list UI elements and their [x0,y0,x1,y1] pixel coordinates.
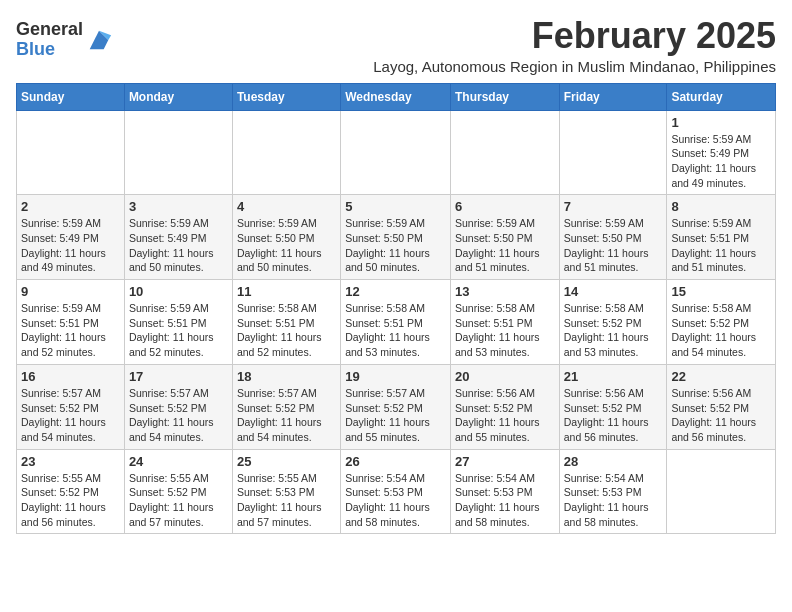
calendar-cell: 22Sunrise: 5:56 AM Sunset: 5:52 PM Dayli… [667,364,776,449]
calendar-cell: 3Sunrise: 5:59 AM Sunset: 5:49 PM Daylig… [124,195,232,280]
day-number: 11 [237,284,336,299]
logo-icon [85,26,113,54]
calendar-cell: 2Sunrise: 5:59 AM Sunset: 5:49 PM Daylig… [17,195,125,280]
logo: General Blue [16,20,113,60]
calendar-cell: 27Sunrise: 5:54 AM Sunset: 5:53 PM Dayli… [450,449,559,534]
day-number: 18 [237,369,336,384]
day-info: Sunrise: 5:54 AM Sunset: 5:53 PM Dayligh… [345,471,446,530]
day-info: Sunrise: 5:58 AM Sunset: 5:51 PM Dayligh… [455,301,555,360]
calendar-cell [450,110,559,195]
calendar-cell: 14Sunrise: 5:58 AM Sunset: 5:52 PM Dayli… [559,280,667,365]
day-number: 26 [345,454,446,469]
calendar-week-row: 16Sunrise: 5:57 AM Sunset: 5:52 PM Dayli… [17,364,776,449]
day-number: 15 [671,284,771,299]
day-number: 19 [345,369,446,384]
day-info: Sunrise: 5:55 AM Sunset: 5:53 PM Dayligh… [237,471,336,530]
day-info: Sunrise: 5:54 AM Sunset: 5:53 PM Dayligh… [564,471,663,530]
day-info: Sunrise: 5:58 AM Sunset: 5:51 PM Dayligh… [345,301,446,360]
day-info: Sunrise: 5:56 AM Sunset: 5:52 PM Dayligh… [564,386,663,445]
header-saturday: Saturday [667,83,776,110]
day-info: Sunrise: 5:59 AM Sunset: 5:49 PM Dayligh… [21,216,120,275]
day-info: Sunrise: 5:57 AM Sunset: 5:52 PM Dayligh… [129,386,228,445]
day-info: Sunrise: 5:59 AM Sunset: 5:51 PM Dayligh… [129,301,228,360]
calendar-cell: 1Sunrise: 5:59 AM Sunset: 5:49 PM Daylig… [667,110,776,195]
calendar-cell: 25Sunrise: 5:55 AM Sunset: 5:53 PM Dayli… [232,449,340,534]
header-tuesday: Tuesday [232,83,340,110]
calendar-cell: 6Sunrise: 5:59 AM Sunset: 5:50 PM Daylig… [450,195,559,280]
day-info: Sunrise: 5:56 AM Sunset: 5:52 PM Dayligh… [455,386,555,445]
calendar-cell: 8Sunrise: 5:59 AM Sunset: 5:51 PM Daylig… [667,195,776,280]
header-friday: Friday [559,83,667,110]
day-number: 14 [564,284,663,299]
calendar-cell: 20Sunrise: 5:56 AM Sunset: 5:52 PM Dayli… [450,364,559,449]
day-info: Sunrise: 5:57 AM Sunset: 5:52 PM Dayligh… [345,386,446,445]
day-info: Sunrise: 5:59 AM Sunset: 5:49 PM Dayligh… [671,132,771,191]
calendar-cell [17,110,125,195]
day-info: Sunrise: 5:59 AM Sunset: 5:49 PM Dayligh… [129,216,228,275]
calendar-cell: 15Sunrise: 5:58 AM Sunset: 5:52 PM Dayli… [667,280,776,365]
calendar-cell [559,110,667,195]
day-info: Sunrise: 5:57 AM Sunset: 5:52 PM Dayligh… [237,386,336,445]
calendar-cell: 21Sunrise: 5:56 AM Sunset: 5:52 PM Dayli… [559,364,667,449]
day-info: Sunrise: 5:58 AM Sunset: 5:51 PM Dayligh… [237,301,336,360]
calendar-cell: 9Sunrise: 5:59 AM Sunset: 5:51 PM Daylig… [17,280,125,365]
calendar-cell: 10Sunrise: 5:59 AM Sunset: 5:51 PM Dayli… [124,280,232,365]
calendar-cell [341,110,451,195]
day-number: 1 [671,115,771,130]
day-number: 20 [455,369,555,384]
day-info: Sunrise: 5:58 AM Sunset: 5:52 PM Dayligh… [671,301,771,360]
calendar-cell: 7Sunrise: 5:59 AM Sunset: 5:50 PM Daylig… [559,195,667,280]
day-number: 27 [455,454,555,469]
calendar-cell: 17Sunrise: 5:57 AM Sunset: 5:52 PM Dayli… [124,364,232,449]
calendar-cell [667,449,776,534]
calendar-cell: 4Sunrise: 5:59 AM Sunset: 5:50 PM Daylig… [232,195,340,280]
calendar-cell: 24Sunrise: 5:55 AM Sunset: 5:52 PM Dayli… [124,449,232,534]
calendar-cell: 18Sunrise: 5:57 AM Sunset: 5:52 PM Dayli… [232,364,340,449]
day-number: 25 [237,454,336,469]
calendar-cell: 19Sunrise: 5:57 AM Sunset: 5:52 PM Dayli… [341,364,451,449]
day-number: 21 [564,369,663,384]
calendar-cell: 12Sunrise: 5:58 AM Sunset: 5:51 PM Dayli… [341,280,451,365]
day-info: Sunrise: 5:57 AM Sunset: 5:52 PM Dayligh… [21,386,120,445]
day-info: Sunrise: 5:54 AM Sunset: 5:53 PM Dayligh… [455,471,555,530]
day-number: 22 [671,369,771,384]
header-wednesday: Wednesday [341,83,451,110]
calendar-cell: 5Sunrise: 5:59 AM Sunset: 5:50 PM Daylig… [341,195,451,280]
header-sunday: Sunday [17,83,125,110]
calendar-cell: 26Sunrise: 5:54 AM Sunset: 5:53 PM Dayli… [341,449,451,534]
calendar-cell: 16Sunrise: 5:57 AM Sunset: 5:52 PM Dayli… [17,364,125,449]
header: General Blue February 2025 Layog, Autono… [16,16,776,75]
calendar-week-row: 23Sunrise: 5:55 AM Sunset: 5:52 PM Dayli… [17,449,776,534]
calendar-week-row: 1Sunrise: 5:59 AM Sunset: 5:49 PM Daylig… [17,110,776,195]
calendar-week-row: 2Sunrise: 5:59 AM Sunset: 5:49 PM Daylig… [17,195,776,280]
header-thursday: Thursday [450,83,559,110]
day-number: 12 [345,284,446,299]
calendar-cell [232,110,340,195]
day-number: 2 [21,199,120,214]
title-area: February 2025 Layog, Autonomous Region i… [373,16,776,75]
day-number: 6 [455,199,555,214]
day-number: 24 [129,454,228,469]
day-info: Sunrise: 5:55 AM Sunset: 5:52 PM Dayligh… [129,471,228,530]
day-number: 3 [129,199,228,214]
day-info: Sunrise: 5:59 AM Sunset: 5:51 PM Dayligh… [671,216,771,275]
day-number: 8 [671,199,771,214]
day-info: Sunrise: 5:59 AM Sunset: 5:50 PM Dayligh… [345,216,446,275]
day-number: 9 [21,284,120,299]
day-number: 23 [21,454,120,469]
day-info: Sunrise: 5:55 AM Sunset: 5:52 PM Dayligh… [21,471,120,530]
location-title: Layog, Autonomous Region in Muslim Minda… [373,58,776,75]
header-monday: Monday [124,83,232,110]
calendar-cell: 13Sunrise: 5:58 AM Sunset: 5:51 PM Dayli… [450,280,559,365]
calendar-cell: 11Sunrise: 5:58 AM Sunset: 5:51 PM Dayli… [232,280,340,365]
calendar-cell [124,110,232,195]
calendar-header-row: SundayMondayTuesdayWednesdayThursdayFrid… [17,83,776,110]
calendar-cell: 28Sunrise: 5:54 AM Sunset: 5:53 PM Dayli… [559,449,667,534]
calendar-week-row: 9Sunrise: 5:59 AM Sunset: 5:51 PM Daylig… [17,280,776,365]
day-number: 7 [564,199,663,214]
day-info: Sunrise: 5:59 AM Sunset: 5:50 PM Dayligh… [455,216,555,275]
day-number: 17 [129,369,228,384]
day-number: 10 [129,284,228,299]
day-info: Sunrise: 5:56 AM Sunset: 5:52 PM Dayligh… [671,386,771,445]
day-number: 5 [345,199,446,214]
